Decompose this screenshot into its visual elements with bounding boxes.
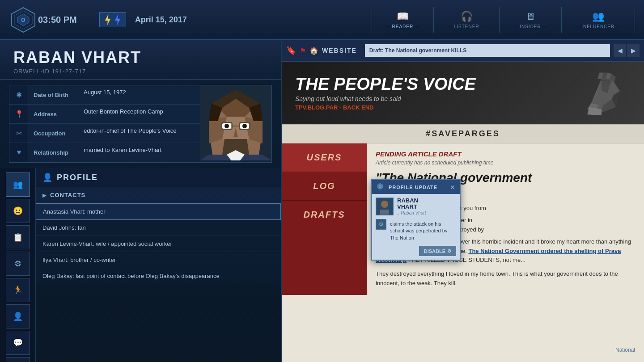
banner-link: TPV.BLOG.PAR - BACK END xyxy=(295,104,572,111)
sidebar-icon-profile[interactable]: 👥 xyxy=(6,173,30,197)
url-bar: Draft: The National government KILLS xyxy=(365,44,610,57)
contact-item-2[interactable]: Karen Levine-Vhart: wife / appointed soc… xyxy=(36,236,281,252)
date-display: April 15, 2017 xyxy=(135,15,187,25)
popup-footer: DISABLE ⊘ xyxy=(372,243,460,260)
relationship-label: Relationship xyxy=(29,143,78,162)
subject-id: ORWELL-ID 191-27-717 xyxy=(13,68,267,75)
log-label: LOG xyxy=(288,181,360,191)
nav-listener-label: — LISTENER — xyxy=(447,24,486,29)
svg-text:O: O xyxy=(379,185,381,189)
influencer-icon: 👥 xyxy=(592,11,604,22)
profile-header: 👤 PROFILE xyxy=(36,168,281,187)
nav-listener[interactable]: 🎧 — LISTENER — xyxy=(433,7,499,33)
contact-text-2: Karen Levine-Vhart: wife / appointed soc… xyxy=(42,240,172,247)
sidebar-icon-stack[interactable]: 📚 xyxy=(6,357,30,362)
users-button[interactable]: USERS xyxy=(282,143,367,172)
svg-text:O: O xyxy=(21,17,25,23)
reader-icon: 📖 xyxy=(397,11,409,22)
svg-point-17 xyxy=(225,124,229,128)
profile-header-icon: 👤 xyxy=(42,173,52,182)
portrait-svg xyxy=(200,85,271,160)
log-button[interactable]: LOG xyxy=(282,172,367,201)
sidebar-icon-gear[interactable]: ⚙ xyxy=(6,252,30,276)
svg-marker-4 xyxy=(105,14,110,25)
sidebar-icon-doc[interactable]: 📋 xyxy=(6,225,30,249)
dob-label: Date of Birth xyxy=(29,85,78,104)
hashtag-text: #SAVEPARGES xyxy=(426,129,500,138)
subject-header: RABAN VHART ORWELL-ID 191-27-717 xyxy=(0,40,281,80)
hashtag-bar: #SAVEPARGES xyxy=(282,124,644,143)
top-bar: O 03:50 PM April 15, 2017 📖 — READER — 🎧… xyxy=(0,0,644,40)
popup-setting-text: claims the attack on his school was perp… xyxy=(390,221,456,241)
contact-text-0: Anastasia Vhart: mother xyxy=(43,208,105,215)
nav-arrows: ◀ ▶ xyxy=(614,44,640,57)
nav-insider[interactable]: 🖥 — INSIDER — xyxy=(499,7,561,33)
profile-update-popup: O PROFILE UPDATE ✕ xyxy=(371,179,461,261)
banner-subtitle: Saying out loud what needs to be said xyxy=(295,95,572,102)
contact-item-3[interactable]: Ilya Vhart: brother / co-writer xyxy=(36,252,281,268)
listener-icon: 🎧 xyxy=(461,11,473,22)
national-text: National xyxy=(615,347,635,353)
sidebar-icon-face[interactable]: 😐 xyxy=(6,199,30,223)
contacts-title: CONTACTS xyxy=(50,192,85,198)
popup-gear-icon: ⚙ xyxy=(376,219,386,230)
sidebar-icons: 👥 😐 📋 ⚙ 🏃 👤 💬 📚 xyxy=(0,168,36,362)
banner-text-area: THE PEOPLE'S VOICE Saying out loud what … xyxy=(295,76,572,111)
popup-name: RABANVHART xyxy=(397,198,456,210)
svg-marker-5 xyxy=(115,14,120,25)
right-sidebar: USERS LOG DRAFTS xyxy=(282,143,367,295)
nav-reader[interactable]: 📖 — READER — xyxy=(372,7,433,33)
dob-icon: ✱ xyxy=(9,85,29,104)
website-header: 🔖 ⚑ 🏠 WEBSITE Draft: The National govern… xyxy=(282,40,644,62)
popup-header: O PROFILE UPDATE ✕ xyxy=(372,180,460,194)
contacts-header[interactable]: ▶ CONTACTS xyxy=(36,187,281,203)
lightning-icon2 xyxy=(114,14,121,25)
bookmark-icon: 🔖 xyxy=(286,46,296,55)
nav-back-button[interactable]: ◀ xyxy=(614,44,626,57)
info-table: ✱ Date of Birth August 15, 1972 📍 Addres… xyxy=(9,85,272,163)
contact-item-0[interactable]: Anastasia Vhart: mother xyxy=(36,203,281,220)
article-area: PENDING ARTICLE DRAFT Article currently … xyxy=(367,143,644,295)
disable-button[interactable]: DISABLE ⊘ xyxy=(419,246,456,256)
nav-reader-label: — READER — xyxy=(386,24,420,29)
address-label: Address xyxy=(29,105,78,123)
popup-detail-row: ⚙ claims the attack on his school was pe… xyxy=(372,219,460,243)
profile-area: 👥 😐 📋 ⚙ 🏃 👤 💬 📚 👤 PROFILE ▶ CON xyxy=(0,168,281,362)
contacts-section: ▶ CONTACTS Anastasia Vhart: mother David… xyxy=(36,187,281,362)
popup-username: ...Raban Vhart xyxy=(397,210,456,215)
avatar-portrait xyxy=(377,198,393,215)
contact-text-1: David Johns: fan xyxy=(42,224,86,231)
sidebar-icon-chat[interactable]: 💬 xyxy=(6,331,30,355)
content-wrapper: USERS LOG DRAFTS PENDING ARTICLE DRAFT A… xyxy=(282,143,644,295)
nav-influencer-label: — INFLUENCER — xyxy=(575,24,621,29)
disable-icon: ⊘ xyxy=(447,248,451,254)
nav-influencer[interactable]: 👥 — INFLUENCER — xyxy=(561,7,635,33)
nav-forward-button[interactable]: ▶ xyxy=(627,44,640,57)
url-text: Draft: The National government KILLS xyxy=(369,47,466,54)
fist-graphic xyxy=(572,71,631,115)
left-panel: RABAN VHART ORWELL-ID 191-27-717 ✱ Date … xyxy=(0,40,282,362)
subject-portrait xyxy=(200,85,271,160)
subject-name: RABAN VHART xyxy=(13,48,267,67)
svg-point-18 xyxy=(242,124,247,128)
top-navigation: 📖 — READER — 🎧 — LISTENER — 🖥 — INSIDER … xyxy=(372,7,635,33)
sidebar-icon-person[interactable]: 👤 xyxy=(6,304,30,328)
popup-close-button[interactable]: ✕ xyxy=(450,184,455,191)
drafts-button[interactable]: DRAFTS xyxy=(282,201,367,229)
national-badge: National xyxy=(615,347,635,353)
popup-info: RABANVHART ...Raban Vhart xyxy=(397,198,456,215)
sidebar-icon-run[interactable]: 🏃 xyxy=(6,278,30,302)
website-label: WEBSITE xyxy=(322,47,357,54)
popup-orwell-icon: O xyxy=(377,183,384,191)
site-banner: THE PEOPLE'S VOICE Saying out loud what … xyxy=(282,62,644,124)
website-content: THE PEOPLE'S VOICE Saying out loud what … xyxy=(282,62,644,362)
banner-title: THE PEOPLE'S VOICE xyxy=(295,76,572,93)
contact-item-4[interactable]: Oleg Bakay: last point of contact before… xyxy=(36,268,281,284)
drafts-label: DRAFTS xyxy=(288,210,360,220)
contact-text-4: Oleg Bakay: last point of contact before… xyxy=(42,273,220,279)
orwell-small-icon: O xyxy=(377,183,384,190)
svg-point-44 xyxy=(381,201,388,208)
contact-item-1[interactable]: David Johns: fan xyxy=(36,220,281,236)
popup-avatar xyxy=(376,198,394,215)
orwell-logo: O xyxy=(9,5,38,34)
